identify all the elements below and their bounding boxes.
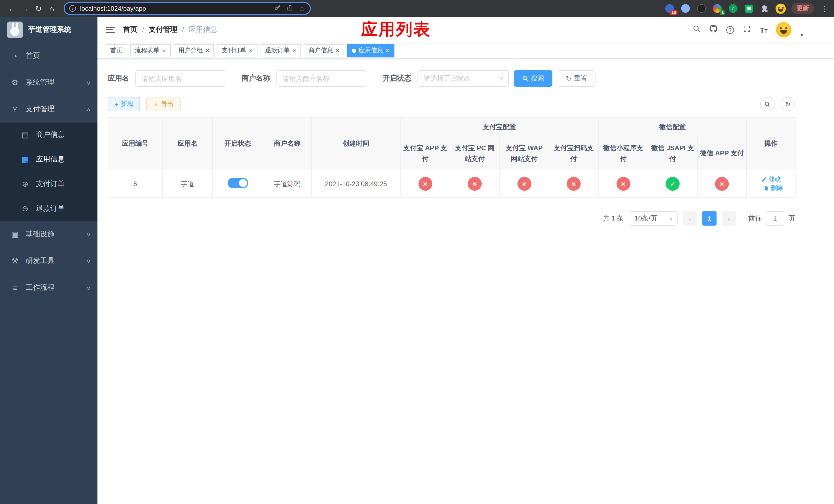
pencil-icon bbox=[761, 176, 767, 182]
browser-menu-icon[interactable]: ⋮ bbox=[820, 4, 829, 13]
status-select[interactable]: 请选择开启状态 ∨ bbox=[418, 70, 509, 87]
cell-merchant-name: 芋道源码 bbox=[263, 170, 312, 198]
address-bar[interactable]: i localhost:1024/pay/app ☆ bbox=[64, 2, 311, 15]
font-size-icon[interactable]: TT bbox=[760, 25, 768, 34]
browser-reload-button[interactable]: ↻ bbox=[32, 2, 45, 15]
extension-icon-1[interactable]: 10 bbox=[664, 3, 675, 14]
tab-bar: 首页 流程表单 × 用户分组 × 支付订单 × 退款订单 × bbox=[97, 43, 834, 59]
extensions-puzzle-icon[interactable] bbox=[760, 3, 770, 14]
close-icon[interactable]: × bbox=[336, 47, 339, 54]
sidebar-item-app-info[interactable]: ▦ 应用信息 bbox=[0, 147, 97, 172]
github-icon[interactable] bbox=[709, 25, 718, 35]
toggle-search-button[interactable] bbox=[760, 97, 774, 111]
col-app-name: 应用名 bbox=[162, 118, 213, 170]
close-icon[interactable]: × bbox=[292, 47, 296, 54]
active-tab-dot bbox=[352, 48, 356, 52]
search-icon bbox=[764, 101, 770, 107]
extension-icon-check[interactable]: ✓ bbox=[728, 3, 738, 14]
navbar-actions: ? TT ▾ bbox=[693, 22, 803, 38]
help-icon[interactable]: ? bbox=[726, 26, 734, 33]
share-icon[interactable] bbox=[286, 4, 294, 13]
app-name-input[interactable] bbox=[135, 70, 225, 87]
tab-merchant-info[interactable]: 商户信息 × bbox=[304, 44, 344, 57]
sidebar-toggle-icon[interactable] bbox=[106, 26, 115, 33]
delete-link[interactable]: 删除 bbox=[763, 184, 783, 192]
site-info-icon[interactable]: i bbox=[69, 5, 76, 12]
merchant-name-input[interactable] bbox=[277, 70, 366, 87]
breadcrumb-current: 应用信息 bbox=[189, 25, 218, 35]
close-icon[interactable]: × bbox=[162, 47, 166, 54]
next-page-button[interactable]: › bbox=[722, 211, 736, 226]
fullscreen-icon[interactable] bbox=[743, 25, 751, 35]
cell-status bbox=[213, 170, 263, 198]
search-button[interactable]: 搜索 bbox=[514, 70, 552, 87]
reset-button[interactable]: ↻ 重置 bbox=[557, 70, 595, 87]
col-wechat-app: 微信 APP 支付 bbox=[697, 137, 747, 170]
merchant-name-label: 商户名称 bbox=[242, 74, 270, 83]
sidebar-item-refund-order[interactable]: ⊖ 退款订单 bbox=[0, 197, 97, 221]
export-button[interactable]: 导出 bbox=[146, 97, 180, 111]
refresh-icon: ↻ bbox=[566, 75, 571, 82]
search-icon[interactable] bbox=[693, 25, 701, 35]
extension-badge: 10 bbox=[670, 10, 678, 15]
app-logo[interactable]: 芋道管理系统 bbox=[0, 17, 97, 43]
status-label: 开启状态 bbox=[382, 74, 411, 83]
breadcrumb-payment[interactable]: 支付管理 bbox=[149, 25, 177, 35]
browser-home-button[interactable]: ⌂ bbox=[45, 2, 59, 15]
col-wechat-mini: 微信小程序支付 bbox=[598, 137, 648, 170]
app-name-label: 应用名 bbox=[108, 74, 129, 83]
refresh-table-button[interactable]: ↻ bbox=[781, 97, 795, 111]
refund-icon: ⊖ bbox=[21, 204, 30, 213]
sidebar-item-devtools[interactable]: ⚒ 研发工具 ∨ bbox=[0, 248, 97, 274]
sidebar-item-workflow[interactable]: ≡ 工作流程 ∨ bbox=[0, 274, 97, 301]
yen-icon: ¥ bbox=[10, 105, 20, 114]
tab-pay-order[interactable]: 支付订单 × bbox=[217, 44, 257, 57]
status-toggle[interactable] bbox=[227, 178, 248, 188]
extension-icon-chat[interactable] bbox=[744, 3, 754, 14]
sidebar-item-payment[interactable]: ¥ 支付管理 ∧ bbox=[0, 96, 97, 122]
extension-icon-emoji[interactable] bbox=[775, 3, 786, 14]
infrastructure-icon: ▣ bbox=[10, 230, 20, 239]
cell-create-time: 2021-10-23 08:49:25 bbox=[312, 170, 400, 198]
refresh-icon: ↻ bbox=[785, 100, 791, 108]
extension-icon-3[interactable] bbox=[696, 3, 706, 14]
add-button[interactable]: + 新增 bbox=[108, 97, 140, 111]
browser-back-button[interactable]: ← bbox=[5, 2, 19, 15]
tab-app-info[interactable]: 应用信息 × bbox=[347, 44, 394, 57]
close-icon[interactable]: × bbox=[205, 47, 209, 54]
browser-chrome: ← → ↻ ⌂ i localhost:1024/pay/app ☆ 10 bbox=[0, 0, 834, 17]
password-key-icon[interactable] bbox=[274, 4, 281, 13]
prev-page-button[interactable]: ‹ bbox=[683, 211, 697, 226]
sidebar-item-infrastructure[interactable]: ▣ 基础设施 ∨ bbox=[0, 221, 97, 248]
edit-link[interactable]: 修改 bbox=[761, 175, 781, 184]
col-app-id: 应用编号 bbox=[108, 118, 162, 170]
extensions-cluster: 10 1 ✓ 更新 ⋮ bbox=[664, 3, 829, 14]
user-avatar[interactable] bbox=[776, 22, 792, 38]
browser-forward-button[interactable]: → bbox=[19, 2, 32, 15]
url-text[interactable]: localhost:1024/pay/app bbox=[80, 5, 146, 12]
top-navbar: 首页 / 支付管理 / 应用信息 应用列表 ? bbox=[97, 17, 834, 43]
tab-home[interactable]: 首页 bbox=[106, 44, 127, 57]
avatar-caret-icon[interactable]: ▾ bbox=[800, 31, 803, 38]
tab-user-group[interactable]: 用户分组 × bbox=[174, 44, 214, 57]
extension-icon-4[interactable]: 1 bbox=[712, 3, 722, 14]
chevron-down-icon: ∨ bbox=[86, 258, 91, 264]
col-alipay-qr: 支付宝扫码支付 bbox=[549, 137, 598, 170]
sidebar-item-system[interactable]: ⚙ 系统管理 ∨ bbox=[0, 69, 97, 96]
sidebar-item-pay-order[interactable]: ⊕ 支付订单 bbox=[0, 172, 97, 197]
extension-icon-2[interactable] bbox=[680, 3, 690, 14]
close-icon[interactable]: × bbox=[249, 47, 253, 54]
sidebar-item-home[interactable]: ◔ 首页 bbox=[0, 43, 97, 69]
browser-update-button[interactable]: 更新 bbox=[791, 3, 814, 14]
filter-form: 应用名 商户名称 开启状态 请选择开启状态 ∨ 搜索 bbox=[108, 70, 795, 87]
page-size-select[interactable]: 10条/页 ∨ bbox=[629, 211, 678, 226]
tab-refund-order[interactable]: 退款订单 × bbox=[261, 44, 301, 57]
col-merchant-name: 商户名称 bbox=[263, 118, 312, 170]
bookmark-star-icon[interactable]: ☆ bbox=[299, 4, 305, 13]
sidebar-item-merchant-info[interactable]: ▤ 商户信息 bbox=[0, 122, 97, 147]
goto-page-input[interactable] bbox=[766, 211, 784, 226]
close-icon[interactable]: × bbox=[386, 47, 390, 54]
page-number-button[interactable]: 1 bbox=[702, 211, 717, 226]
tab-process-form[interactable]: 流程表单 × bbox=[130, 44, 171, 57]
breadcrumb-home[interactable]: 首页 bbox=[123, 25, 137, 35]
